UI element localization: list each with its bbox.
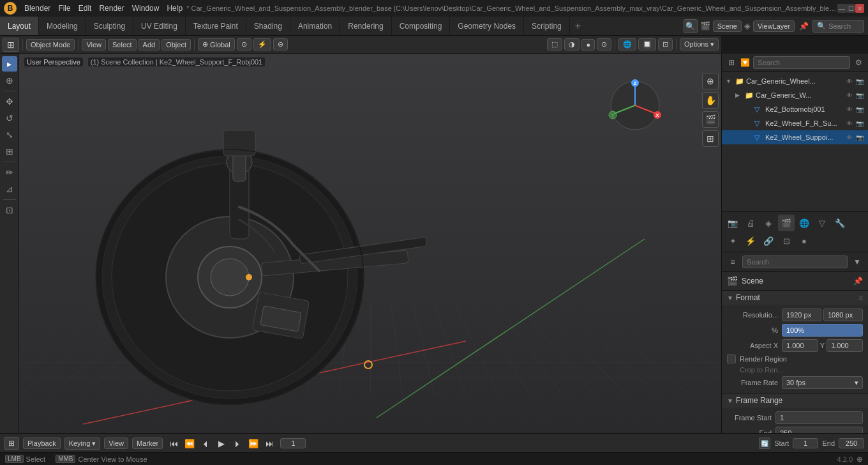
frame-start-value[interactable]: 1 (775, 411, 863, 424)
properties-search-input[interactable] (742, 255, 848, 268)
camera-icon[interactable]: 📷 (855, 119, 864, 128)
transform-tool-btn[interactable]: ⊞ (2, 144, 17, 159)
prop-tab-viewlayer[interactable]: ◈ (760, 215, 777, 231)
outliner-item-ke2-bottom[interactable]: ▶ ▽ Ke2_Bottomobj001 👁 📷 (722, 102, 868, 116)
workspace-tab-geometry[interactable]: Geometry Nodes (450, 17, 524, 35)
end-value[interactable]: 250 (839, 438, 864, 448)
gizmos-btn[interactable]: 🔲 (638, 38, 656, 50)
select-menu-btn[interactable]: Select (108, 39, 137, 50)
timeline-view-btn[interactable]: View (104, 438, 128, 449)
viewport-overlays-btn[interactable]: 🌐 (618, 38, 636, 50)
workspace-tab-texture[interactable]: Texture Paint (186, 17, 246, 35)
menu-blender[interactable]: Blender (20, 3, 54, 14)
timeline-marker-btn[interactable]: Marker (132, 438, 163, 449)
rotate-tool-btn[interactable]: ↺ (2, 111, 17, 126)
prop-tab-constraints[interactable]: 🔗 (760, 232, 777, 249)
transform-orientation-btn[interactable]: ⊕ Global (198, 38, 235, 50)
wireframe-btn[interactable]: ⬚ (547, 38, 562, 50)
pin-btn[interactable]: 📌 (797, 20, 810, 33)
object-menu-btn[interactable]: Object (161, 39, 191, 50)
prop-tab-output[interactable]: 🖨 (742, 215, 759, 231)
header-search-btn[interactable]: 🔍 Search (812, 20, 864, 33)
viewlayer-selector[interactable]: ViewLayer (753, 20, 795, 32)
search-toggle-btn[interactable]: 🔍 (684, 19, 698, 33)
visibility-icon[interactable]: 👁 (845, 91, 854, 100)
workspace-tab-layout[interactable]: Layout (0, 17, 39, 35)
annotate-tool-btn[interactable]: ✏ (2, 165, 17, 180)
outliner-search-input[interactable] (753, 56, 850, 69)
outliner-editor-icon[interactable]: ⊞ (726, 56, 737, 70)
outliner-item-ke2-support[interactable]: ▶ ▽ Ke2_Wheel_Suppoi... 👁 📷 (722, 130, 868, 144)
camera-icon[interactable]: 📷 (855, 105, 864, 114)
window-minimize[interactable]: — (837, 4, 846, 13)
workspace-tab-modeling[interactable]: Modeling (39, 17, 86, 35)
menu-render[interactable]: Render (95, 3, 128, 14)
format-section-header[interactable]: ▼ Format ≡ (722, 291, 868, 305)
visibility-icon[interactable]: 👁 (845, 105, 854, 114)
menu-window[interactable]: Window (128, 3, 163, 14)
frame-rate-dropdown[interactable]: 30 fps ▾ (782, 376, 863, 389)
visibility-icon[interactable]: 👁 (845, 77, 854, 86)
prop-pin-icon[interactable]: 📌 (853, 277, 863, 286)
next-frame-btn[interactable]: ⏵ (230, 436, 244, 450)
measure-tool-btn[interactable]: ⊿ (2, 181, 17, 197)
camera-icon[interactable]: 📷 (855, 91, 864, 100)
prev-frame-btn[interactable]: ⏴ (198, 436, 213, 450)
outliner-item-collection-root[interactable]: ▼ 📁 Car_Generic_Wheel... 👁 📷 (722, 74, 868, 88)
move-tool-btn[interactable]: ✥ (2, 94, 17, 109)
add-cube-btn[interactable]: ⊡ (2, 202, 17, 218)
jump-end-btn[interactable]: ⏭ (262, 436, 276, 450)
outliner-filter-icon[interactable]: 🔽 (740, 56, 751, 70)
next-keyframe-btn[interactable]: ⏩ (246, 436, 260, 450)
prop-tab-object[interactable]: ▽ (814, 215, 830, 231)
add-workspace-button[interactable]: + (570, 17, 586, 35)
jump-start-btn[interactable]: ⏮ (167, 436, 181, 450)
material-btn[interactable]: ⊙ (597, 38, 611, 50)
prop-settings-icon[interactable]: ▼ (850, 255, 864, 269)
play-btn[interactable]: ▶ (214, 436, 228, 450)
grid-btn[interactable]: ⊞ (702, 130, 719, 147)
solid-btn[interactable]: ◑ (564, 38, 580, 50)
frame-end-value[interactable]: 250 (775, 427, 863, 433)
menu-file[interactable]: File (54, 3, 74, 14)
workspace-tab-compositing[interactable]: Compositing (392, 17, 451, 35)
object-mode-btn[interactable]: Object Mode (26, 39, 75, 50)
outliner-item-ke2-wheel[interactable]: ▶ ▽ Ke2_Wheel_F_R_Su... 👁 📷 (722, 116, 868, 130)
outliner-item-car-generic[interactable]: ▶ 📁 Car_Generic_W... 👁 📷 (722, 88, 868, 102)
keying-menu-btn[interactable]: Keying ▾ (64, 438, 101, 450)
prop-tab-render[interactable]: 📷 (724, 215, 741, 231)
camera-btn[interactable]: 🎬 (702, 111, 719, 128)
add-menu-btn[interactable]: Add (138, 39, 160, 50)
camera-icon[interactable]: 📷 (855, 77, 864, 86)
workspace-tab-shading[interactable]: Shading (246, 17, 290, 35)
workspace-tab-rendering[interactable]: Rendering (340, 17, 391, 35)
window-maximize[interactable]: ☐ (846, 4, 855, 13)
prop-tab-physics[interactable]: ⚡ (742, 232, 759, 249)
viewport-3d[interactable]: User Perspective (1) Scene Collection | … (19, 54, 721, 433)
playback-menu-btn[interactable]: Playback (23, 438, 61, 449)
scale-tool-btn[interactable]: ⤡ (2, 127, 17, 142)
frame-range-header[interactable]: ▼ Frame Range (722, 393, 868, 408)
workspace-tab-sculpting[interactable]: Sculpting (86, 17, 133, 35)
format-menu-icon[interactable]: ≡ (858, 293, 863, 302)
resolution-y-value[interactable]: 1080 px (823, 309, 863, 321)
zoom-in-btn[interactable]: ⊕ (702, 73, 719, 89)
start-value[interactable]: 1 (793, 438, 818, 448)
prop-tab-particles[interactable]: ✦ (724, 232, 741, 249)
visibility-icon[interactable]: 👁 (845, 119, 854, 128)
menu-help[interactable]: Help (163, 3, 186, 14)
render-region-checkbox[interactable] (727, 354, 736, 363)
frame-current-display[interactable]: 1 (280, 438, 306, 448)
aspect-x-value[interactable]: 1.000 (782, 339, 818, 352)
visibility-icon[interactable]: 👁 (845, 133, 854, 142)
workspace-tab-animation[interactable]: Animation (290, 17, 340, 35)
window-close[interactable]: ✕ (855, 4, 864, 13)
scene-selector[interactable]: Scene (713, 20, 742, 32)
menu-edit[interactable]: Edit (75, 3, 96, 14)
workspace-tab-scripting[interactable]: Scripting (524, 17, 570, 35)
prev-keyframe-btn[interactable]: ⏪ (183, 436, 197, 450)
cache-icon[interactable]: 🔄 (759, 438, 770, 449)
workspace-tab-uv[interactable]: UV Editing (133, 17, 186, 35)
prop-tab-data[interactable]: ⊡ (778, 232, 795, 249)
pan-btn[interactable]: ✋ (702, 92, 719, 109)
